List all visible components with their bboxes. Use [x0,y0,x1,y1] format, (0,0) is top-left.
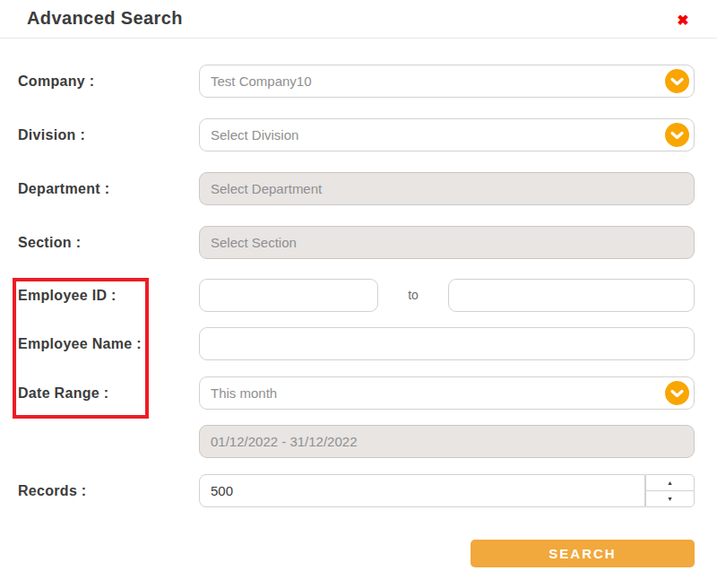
page-title: Advanced Search [27,8,183,29]
employee-id-from-input[interactable] [199,279,378,312]
chevron-down-icon[interactable] [665,69,689,93]
date-range-result-field: 01/12/2022 - 31/12/2022 [199,425,695,458]
spinner-down-icon: ▼ [667,496,673,502]
section-row: Section : Select Section [0,226,717,259]
close-icon: ✖ [677,13,688,28]
date-range-label: Date Range : [18,376,108,410]
department-label: Department : [18,172,109,205]
company-row: Company : Test Company10 [0,65,717,98]
records-row: Records : ▲ ▼ [0,474,717,507]
section-label: Section : [18,226,81,259]
date-range-select-value: This month [211,385,277,401]
employee-name-input[interactable] [199,327,695,360]
date-range-result-value: 01/12/2022 - 31/12/2022 [211,434,357,449]
advanced-search-modal: Advanced Search ✖ Company : Test Company… [0,0,717,588]
employee-name-label: Employee Name : [18,327,142,360]
spinner-up-icon: ▲ [667,480,673,486]
close-button[interactable]: ✖ [672,10,694,31]
date-range-select[interactable]: This month [199,376,695,410]
division-select-value: Select Division [211,127,298,143]
search-button[interactable]: SEARCH [471,540,695,567]
chevron-down-icon[interactable] [665,381,689,405]
date-range-result-row: 01/12/2022 - 31/12/2022 [0,425,717,458]
spinner-up-button[interactable]: ▲ [645,474,695,491]
department-select: Select Department [199,172,695,205]
division-row: Division : Select Division [0,118,717,151]
spinner-down-button[interactable]: ▼ [645,490,695,507]
chevron-down-icon[interactable] [665,123,689,147]
department-select-value: Select Department [211,181,322,196]
section-select: Select Section [199,226,695,259]
division-label: Division : [18,118,85,151]
department-row: Department : Select Department [0,172,717,205]
records-input[interactable] [199,474,645,507]
company-select[interactable]: Test Company10 [199,65,695,98]
division-select[interactable]: Select Division [199,118,695,151]
employee-id-label: Employee ID : [18,279,117,312]
employee-id-to-separator: to [378,279,448,312]
records-spinner: ▲ ▼ [645,474,695,507]
date-range-row: Date Range : This month [0,376,717,410]
section-select-value: Select Section [211,235,297,250]
company-select-value: Test Company10 [211,74,312,89]
modal-header: Advanced Search ✖ [0,0,717,39]
employee-id-row: Employee ID : to [0,279,717,312]
employee-id-to-input[interactable] [448,279,695,312]
company-label: Company : [18,65,94,98]
records-label: Records : [18,474,87,507]
employee-name-row: Employee Name : [0,327,717,360]
